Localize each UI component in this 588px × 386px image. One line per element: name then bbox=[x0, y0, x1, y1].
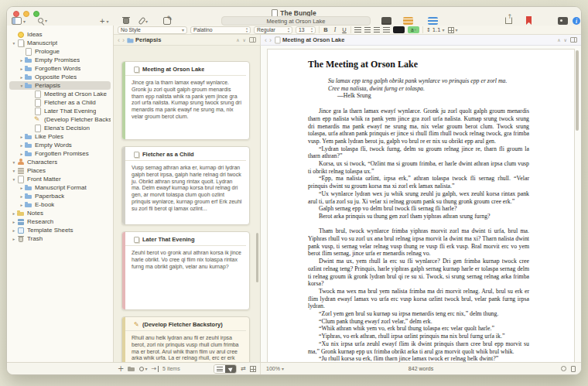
quick-search-field[interactable]: Meeting at Orson Lake bbox=[221, 16, 371, 26]
binder-item[interactable]: Forgotten Promises bbox=[9, 149, 111, 158]
media-button[interactable] bbox=[558, 17, 568, 25]
align-left-button[interactable] bbox=[354, 27, 361, 32]
disclosure-chevron-icon[interactable] bbox=[19, 84, 25, 88]
copyholder-icon[interactable] bbox=[571, 366, 576, 372]
binder-item[interactable]: Meeting at Orson Lake bbox=[9, 90, 111, 98]
binder-item[interactable]: Notes bbox=[9, 209, 111, 217]
back-button[interactable]: ‹ bbox=[118, 36, 120, 44]
binder-item[interactable]: Trash bbox=[9, 234, 111, 243]
share-button[interactable] bbox=[505, 17, 512, 24]
align-justify-button[interactable] bbox=[383, 27, 390, 32]
disclosure-chevron-icon[interactable] bbox=[19, 152, 25, 156]
binder-item[interactable]: Manuscript Format bbox=[9, 183, 111, 192]
compose-button[interactable] bbox=[163, 17, 171, 25]
disclosure-chevron-icon[interactable] bbox=[11, 220, 17, 224]
back-button[interactable]: ‹ bbox=[265, 36, 267, 44]
binder-item[interactable]: (Develop Fletcher Backstory) bbox=[9, 115, 111, 124]
binder-toggle-button[interactable]: ▾ bbox=[12, 17, 26, 25]
disclosure-chevron-icon[interactable] bbox=[19, 135, 25, 139]
previous-document-button[interactable]: ∧ bbox=[236, 37, 239, 43]
binder-item[interactable]: Fletcher as a Child bbox=[9, 98, 111, 107]
binder-item[interactable]: Manuscript bbox=[9, 39, 111, 47]
binder-item[interactable]: Research bbox=[9, 217, 111, 226]
editor-scrollbar[interactable] bbox=[576, 50, 579, 131]
binder-item[interactable]: Like Poles bbox=[9, 132, 111, 141]
font-weight-dropdown[interactable]: Regular▴▾ bbox=[254, 26, 292, 34]
disclosure-chevron-icon[interactable] bbox=[19, 194, 25, 199]
underline-button[interactable]: U bbox=[341, 26, 347, 33]
view-mode-outline-button[interactable] bbox=[428, 17, 438, 25]
forward-button[interactable]: › bbox=[122, 36, 125, 44]
binder-item[interactable]: Places bbox=[9, 166, 111, 175]
index-card[interactable]: Meeting at Orson Lake Jince gra la tharn… bbox=[121, 61, 250, 140]
split-editor-button[interactable] bbox=[570, 37, 577, 43]
disclosure-chevron-icon[interactable] bbox=[11, 41, 17, 46]
next-document-button[interactable]: ∨ bbox=[243, 37, 246, 43]
binder-item[interactable]: E-book bbox=[9, 200, 111, 209]
search-button[interactable]: ▾ bbox=[38, 18, 47, 23]
font-family-dropdown[interactable]: Palatino▴▾ bbox=[190, 26, 251, 34]
disclosure-chevron-icon[interactable] bbox=[11, 169, 17, 173]
card-grid-button[interactable] bbox=[250, 366, 256, 372]
project-targets-icon[interactable] bbox=[561, 366, 566, 371]
split-editor-button[interactable] bbox=[249, 37, 256, 43]
disclosure-chevron-icon[interactable] bbox=[11, 237, 17, 241]
binder-item[interactable]: Empty Words bbox=[9, 141, 111, 149]
add-folder-button[interactable] bbox=[128, 366, 135, 372]
binder-item[interactable]: Later That Evening bbox=[9, 107, 111, 115]
disclosure-chevron-icon[interactable] bbox=[11, 211, 17, 216]
disclosure-chevron-icon[interactable] bbox=[11, 228, 17, 233]
add-document-button[interactable]: + bbox=[118, 365, 124, 372]
disclosure-chevron-icon[interactable] bbox=[11, 177, 17, 182]
card-arrangement-button[interactable]: ⇄ bbox=[241, 365, 246, 372]
align-center-button[interactable] bbox=[364, 27, 371, 32]
binder-item[interactable]: Empty Promises bbox=[9, 56, 111, 64]
trash-button[interactable] bbox=[123, 18, 129, 24]
binder-item[interactable]: Front Matter bbox=[9, 175, 111, 183]
bookmark-button[interactable] bbox=[526, 16, 532, 25]
next-document-button[interactable]: ∨ bbox=[564, 37, 567, 43]
outline-select-mode-button[interactable] bbox=[214, 365, 225, 373]
editor-zoom-dropdown[interactable]: 100%▾ bbox=[266, 366, 284, 371]
disclosure-chevron-icon[interactable] bbox=[19, 186, 25, 190]
corkboard-scrollbar[interactable] bbox=[256, 233, 258, 282]
disclosure-chevron-icon[interactable] bbox=[19, 67, 25, 71]
binder-item[interactable]: Paperback bbox=[9, 192, 111, 200]
inspector-toggle-button[interactable]: i bbox=[573, 17, 580, 25]
cursor-select-mode-button[interactable] bbox=[225, 365, 236, 373]
binder-item[interactable]: Elena's Decision bbox=[9, 124, 111, 132]
binder-item[interactable]: Prologue bbox=[9, 47, 111, 56]
export-button[interactable]: → bbox=[151, 366, 159, 372]
forward-button[interactable]: › bbox=[269, 36, 272, 44]
disclosure-chevron-icon[interactable] bbox=[19, 143, 25, 148]
style-dropdown[interactable]: No Style▾ bbox=[118, 26, 187, 34]
disclosure-chevron-icon[interactable] bbox=[11, 160, 17, 165]
binder-item[interactable]: Opposite Poles bbox=[9, 73, 111, 81]
document-page[interactable]: The Meeting at Orson Lake Su lamax epp t… bbox=[267, 49, 575, 363]
group-options-button[interactable]: ▾ bbox=[139, 366, 147, 371]
index-card[interactable]: Fletcher as a Child Vusp sernag athran a… bbox=[121, 146, 250, 225]
italic-button[interactable]: I bbox=[332, 26, 338, 33]
view-mode-document-button[interactable] bbox=[381, 17, 391, 25]
disclosure-chevron-icon[interactable] bbox=[19, 58, 25, 63]
attach-button[interactable]: ▾ bbox=[140, 17, 148, 25]
text-color-swatch[interactable] bbox=[393, 26, 405, 33]
binder-item[interactable]: Characters bbox=[9, 158, 111, 166]
binder-item[interactable]: Periapsis bbox=[9, 81, 111, 90]
binder-item[interactable]: Ideas bbox=[9, 30, 111, 39]
bold-button[interactable]: B bbox=[323, 26, 329, 33]
disclosure-chevron-icon[interactable] bbox=[19, 75, 25, 80]
highlight-color-swatch[interactable]: a▾ bbox=[408, 26, 419, 33]
previous-document-button[interactable]: ∧ bbox=[557, 37, 560, 43]
font-size-stepper[interactable]: 13▴▾ bbox=[296, 26, 316, 34]
disclosure-chevron-icon[interactable] bbox=[19, 203, 25, 207]
table-menu-button[interactable]: ▾ bbox=[448, 27, 458, 33]
line-spacing-dropdown[interactable]: ↕1.1▾ bbox=[426, 27, 445, 33]
align-right-button[interactable] bbox=[374, 27, 380, 32]
binder-item[interactable]: Template Sheets bbox=[9, 226, 111, 234]
binder-item[interactable]: Forgotten Words bbox=[9, 64, 111, 73]
index-card[interactable]: (Develop Fletcher Backstory) Rhull anu h… bbox=[121, 316, 250, 363]
view-mode-corkboard-button[interactable] bbox=[403, 17, 413, 25]
add-item-button[interactable]: +▾ bbox=[100, 17, 108, 25]
index-card[interactable]: Later That Evening Zeuhl berot vo gronk … bbox=[121, 231, 250, 310]
